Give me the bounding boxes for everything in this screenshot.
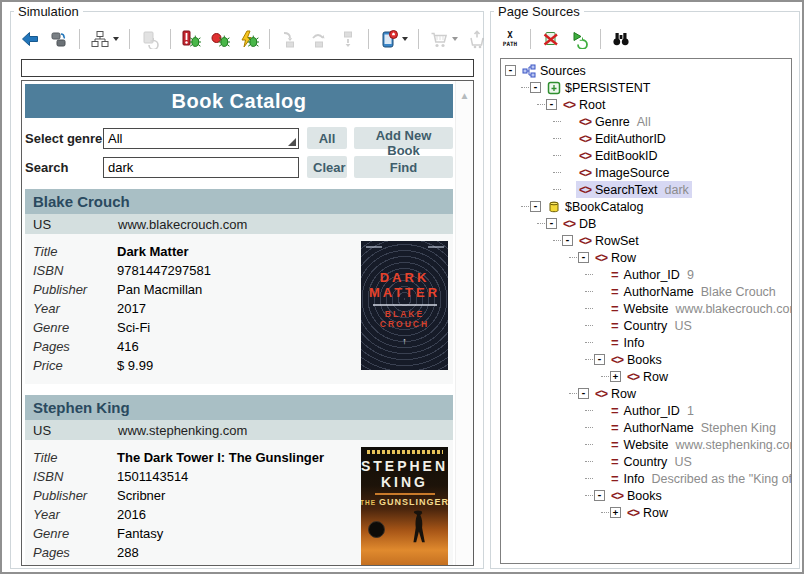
genre-combobox[interactable]: All — [103, 128, 299, 149]
debug-messages-button[interactable] — [180, 28, 202, 50]
tree-expand-icon[interactable]: + — [610, 507, 621, 518]
book-field-row: Pages416 — [33, 337, 361, 356]
reload-source-icon — [570, 29, 590, 49]
open-subpage-button[interactable] — [48, 28, 70, 50]
author-details: TitleThe Dark Tower I: The GunslingerISB… — [25, 440, 453, 565]
tree-node-label: Genre — [595, 115, 630, 129]
cover-decoration — [375, 493, 435, 495]
step-out-button — [337, 28, 359, 50]
breakpoint-button[interactable] — [209, 28, 231, 50]
tree-node-info[interactable]: =Info — [501, 334, 791, 351]
tree-collapse-icon[interactable]: - — [594, 354, 605, 365]
debug-actions-button[interactable] — [238, 28, 260, 50]
tree-node-content: <>Books — [608, 487, 665, 504]
reload-source-button[interactable] — [569, 28, 591, 50]
toolbar-separator — [269, 29, 270, 49]
tree-collapse-icon[interactable]: - — [546, 99, 557, 110]
svg-text:PATH: PATH — [503, 40, 518, 47]
workflow-button[interactable] — [89, 28, 120, 50]
tree-node-authorid[interactable]: =Author_ID9 — [501, 266, 791, 283]
tree-node-sources[interactable]: -Sources — [501, 62, 791, 79]
tree-connector — [537, 104, 545, 105]
tree-node-website[interactable]: =Websitewww.stephenking.com — [501, 436, 791, 453]
tree-node-website[interactable]: =Websitewww.blakecrouch.com — [501, 300, 791, 317]
tree-connector — [585, 410, 593, 411]
tree-node-authorname[interactable]: =AuthorNameBlake Crouch — [501, 283, 791, 300]
tree-collapse-icon[interactable]: - — [578, 252, 589, 263]
tree-node-row[interactable]: +<>Row — [501, 504, 791, 521]
tree-node-searchtext[interactable]: <>SearchTextdark — [501, 181, 791, 198]
tree-node-content: <>Row — [624, 368, 671, 385]
tree-node-label: SearchText — [595, 183, 658, 197]
attribute-icon: = — [611, 420, 619, 435]
tree-node-editauthorid[interactable]: <>EditAuthorID — [501, 130, 791, 147]
tree-node-root[interactable]: -<>Root — [501, 96, 791, 113]
search-input[interactable] — [103, 157, 299, 178]
tree-node-content: <>ImageSource — [576, 164, 672, 181]
tree-connector — [585, 274, 593, 275]
tree-node-value: US — [674, 319, 691, 333]
book-field-value: 288 — [117, 545, 139, 560]
tree-connector — [569, 393, 577, 394]
top-edit-field[interactable] — [21, 59, 474, 77]
tree-node-content: <>SearchTextdark — [576, 181, 692, 198]
toolbar-separator — [530, 29, 531, 49]
tree-node-authorid[interactable]: =Author_ID1 — [501, 402, 791, 419]
all-button[interactable]: All — [307, 127, 347, 149]
book-field-value: The Dark Tower I: The Gunslinger — [117, 450, 324, 465]
tree-collapse-icon[interactable]: - — [530, 201, 541, 212]
tree-node-country[interactable]: =CountryUS — [501, 317, 791, 334]
workflow-icon — [90, 29, 110, 49]
tree-collapse-icon[interactable]: - — [562, 235, 573, 246]
tree-node-books[interactable]: -<>Books — [501, 487, 791, 504]
tree-node-info[interactable]: =InfoDescribed as the "King of Horror" — [501, 470, 791, 487]
back-arrow-button[interactable] — [19, 28, 41, 50]
tree-node-authorname[interactable]: =AuthorNameStephen King — [501, 419, 791, 436]
element-icon: <> — [611, 353, 623, 367]
tree-node-imagesource[interactable]: <>ImageSource — [501, 164, 791, 181]
tree-node-content: =InfoDescribed as the "King of Horror" — [608, 470, 792, 487]
tree-node-editbookid[interactable]: <>EditBookID — [501, 147, 791, 164]
attribute-icon: = — [611, 284, 619, 299]
tree-node-row[interactable]: -<>Row — [501, 249, 791, 266]
tree-node-rowset[interactable]: -<>RowSet — [501, 232, 791, 249]
page-scrollbar[interactable]: ▲ — [455, 81, 473, 565]
tree-node-genre[interactable]: <>GenreAll — [501, 113, 791, 130]
tree-connector — [585, 444, 593, 445]
scroll-up-icon[interactable]: ▲ — [456, 90, 473, 101]
tree-node-books[interactable]: -<>Books — [501, 351, 791, 368]
reload-page-icon — [140, 29, 160, 49]
xpath-button[interactable]: XPATH — [499, 28, 521, 50]
tree-collapse-icon[interactable]: - — [594, 490, 605, 501]
book-cover-image: DARKMATTERBLAKECROUCH↑ — [361, 241, 448, 370]
tree-expand-icon[interactable]: + — [610, 371, 621, 382]
element-icon: <> — [563, 98, 575, 112]
book-field-label: Genre — [33, 320, 117, 335]
tree-node-db[interactable]: -<>DB — [501, 215, 791, 232]
tree-node-persistent[interactable]: -$PERSISTENT — [501, 79, 791, 96]
add-new-book-button[interactable]: Add New Book — [354, 127, 453, 149]
tree-collapse-icon[interactable]: - — [546, 218, 557, 229]
tree-collapse-icon[interactable]: - — [578, 388, 589, 399]
simulated-page: Book Catalog Select genre All All Add Ne… — [21, 80, 474, 566]
attribute-icon: = — [611, 437, 619, 452]
cover-decoration — [367, 450, 443, 454]
attribute-icon: = — [611, 335, 619, 350]
book-field-value: 2017 — [117, 301, 146, 316]
tree-connector — [585, 325, 593, 326]
clear-button[interactable]: Clear — [307, 156, 347, 178]
device-notifications-button[interactable] — [378, 28, 409, 50]
cover-author-line: CROUCH — [380, 319, 429, 329]
reset-source-button[interactable] — [540, 28, 562, 50]
tree-collapse-icon[interactable]: - — [505, 65, 516, 76]
tree-collapse-icon[interactable]: - — [530, 82, 541, 93]
tree-node-country[interactable]: =CountryUS — [501, 453, 791, 470]
tree-node-row[interactable]: +<>Row — [501, 368, 791, 385]
tree-node-row[interactable]: -<>Row — [501, 385, 791, 402]
step-out-icon — [338, 29, 358, 49]
app-window: Simulation Book Catalog Select genre All… — [0, 0, 804, 574]
find-button[interactable]: Find — [354, 156, 453, 178]
tree-node-bookcatalog[interactable]: -$BookCatalog — [501, 198, 791, 215]
tree-node-label: Info — [624, 336, 645, 350]
find-button[interactable] — [610, 28, 632, 50]
